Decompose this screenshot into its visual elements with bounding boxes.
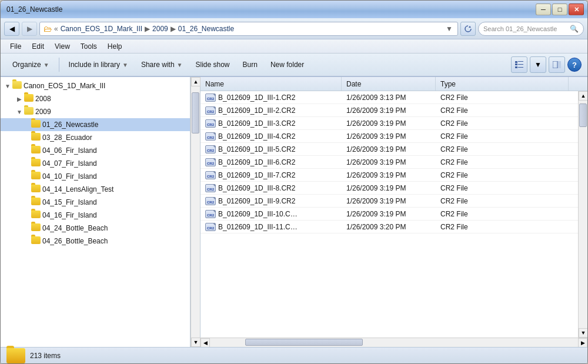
- slideshow-button[interactable]: Slide show: [190, 55, 236, 74]
- tree-label-2008: 2008: [35, 95, 51, 103]
- tree-scroll-thumb[interactable]: [192, 92, 199, 133]
- tree-item-04-26[interactable]: 04_26_Bottle_Beach: [1, 235, 190, 248]
- close-button[interactable]: ✕: [569, 4, 584, 15]
- menu-edit[interactable]: Edit: [27, 41, 49, 52]
- tree-item-04-10[interactable]: 04_10_Fir_Island: [1, 170, 190, 183]
- hscroll-left-arrow[interactable]: ◀: [201, 338, 210, 347]
- path-segment-root[interactable]: Canon_EOS_1D_Mark_III: [61, 25, 142, 33]
- back-button[interactable]: ◀: [4, 22, 19, 36]
- col-header-name[interactable]: Name: [201, 77, 342, 91]
- menu-tools[interactable]: Tools: [76, 41, 102, 52]
- file-name: B_012609_1D_III-8.CR2: [218, 184, 295, 192]
- tree-item-04-16[interactable]: 04_16_Fir_Island: [1, 209, 190, 222]
- view-details-button[interactable]: [511, 56, 527, 73]
- folder-tree[interactable]: ▼ Canon_EOS_1D_Mark_III ▶ 2008 ▼ 2009: [1, 77, 191, 347]
- organize-button[interactable]: Organize ▼: [6, 55, 55, 74]
- folder-tab: [6, 346, 14, 348]
- tree-label-04-26: 04_26_Bottle_Beach: [42, 237, 108, 245]
- forward-button[interactable]: ▶: [22, 22, 37, 36]
- share-with-button[interactable]: Share with ▼: [135, 55, 189, 74]
- file-scroll-thumb[interactable]: [579, 103, 587, 127]
- file-row[interactable]: CR2 B_012609_1D_III-6.CR2 1/26/2009 3:19…: [201, 156, 578, 169]
- menu-bar: File Edit View Tools Help: [1, 39, 587, 54]
- folder-icon-canon: [12, 81, 22, 91]
- file-row[interactable]: CR2 B_012609_1D_III-8.CR2 1/26/2009 3:19…: [201, 182, 578, 195]
- tree-scroll-down-arrow[interactable]: ▼: [191, 338, 201, 347]
- tree-item-04-15[interactable]: 04_15_Fir_Island: [1, 196, 190, 209]
- tree-label-canon: Canon_EOS_1D_Mark_III: [24, 82, 105, 90]
- tree-label-04-14: 04_14_LensAlign_Test: [42, 185, 113, 193]
- path-dropdown-icon[interactable]: ▼: [445, 24, 454, 34]
- expand-icon-04-07: [26, 159, 31, 168]
- window-controls: ─ □ ✕: [536, 4, 584, 15]
- tree-item-04-06[interactable]: 04_06_Fir_Island: [1, 144, 190, 157]
- organize-dropdown-icon: ▼: [44, 62, 49, 68]
- include-in-library-button[interactable]: Include in library ▼: [63, 55, 134, 74]
- address-path[interactable]: 🗁 « Canon_EOS_1D_Mark_III ▶ 2009 ▶ 01_26…: [39, 22, 458, 36]
- file-row[interactable]: CR2 B_012609_1D_III-4.CR2 1/26/2009 3:19…: [201, 130, 578, 143]
- file-date-cell: 1/26/2009 3:13 PM: [342, 93, 436, 102]
- menu-file[interactable]: File: [5, 41, 26, 52]
- file-name: B_012609_1D_III-11.C…: [218, 223, 298, 231]
- tree-label-01-26: 01_26_Newcastle: [42, 121, 98, 129]
- organize-label: Organize: [12, 61, 41, 69]
- tree-item-03-28[interactable]: 03_28_Ecuador: [1, 131, 190, 144]
- file-list-scrollbar[interactable]: ▲ ▼: [578, 91, 587, 338]
- status-content: 213 items: [6, 348, 61, 363]
- file-row[interactable]: CR2 B_012609_1D_III-7.CR2 1/26/2009 3:19…: [201, 169, 578, 182]
- tree-scrollbar[interactable]: ▲ ▼: [191, 77, 200, 347]
- path-sep-1: ▶: [145, 25, 150, 33]
- preview-pane-button[interactable]: [549, 56, 565, 73]
- svg-rect-1: [515, 61, 517, 63]
- tree-item-2009[interactable]: ▼ 2009: [1, 105, 190, 118]
- folder-icon-2008: [24, 94, 34, 103]
- tree-scroll-up-arrow[interactable]: ▲: [191, 77, 201, 86]
- file-row[interactable]: CR2 B_012609_1D_III-5.CR2 1/26/2009 3:19…: [201, 143, 578, 156]
- burn-button[interactable]: Burn: [237, 55, 263, 74]
- view-dropdown-button[interactable]: ▼: [530, 56, 546, 73]
- folder-icon-04-14: [31, 185, 41, 194]
- file-row[interactable]: CR2 B_012609_1D_III-1.CR2 1/26/2009 3:13…: [201, 91, 578, 104]
- file-list-body[interactable]: CR2 B_012609_1D_III-1.CR2 1/26/2009 3:13…: [201, 91, 578, 338]
- folder-icon-04-16: [31, 211, 41, 220]
- file-row[interactable]: CR2 B_012609_1D_III-11.C… 1/26/2009 3:20…: [201, 221, 578, 233]
- expand-icon-2008: ▶: [15, 94, 24, 103]
- tree-label-04-07: 04_07_Fir_Island: [42, 159, 97, 168]
- help-button[interactable]: ?: [567, 58, 582, 72]
- new-folder-button[interactable]: New folder: [265, 55, 310, 74]
- path-segment-folder[interactable]: 01_26_Newcastle: [178, 25, 234, 33]
- hscroll-thumb[interactable]: [245, 339, 363, 346]
- refresh-button[interactable]: [460, 22, 476, 36]
- file-name-cell: CR2 B_012609_1D_III-9.CR2: [201, 197, 342, 205]
- file-row[interactable]: CR2 B_012609_1D_III-9.CR2 1/26/2009 3:19…: [201, 195, 578, 208]
- menu-help[interactable]: Help: [103, 41, 127, 52]
- minimize-button[interactable]: ─: [536, 4, 551, 15]
- file-scroll-down-arrow[interactable]: ▼: [579, 328, 587, 338]
- file-date-cell: 1/26/2009 3:19 PM: [342, 184, 436, 192]
- tree-item-canon[interactable]: ▼ Canon_EOS_1D_Mark_III: [1, 79, 190, 92]
- menu-view[interactable]: View: [50, 41, 75, 52]
- tree-item-04-07[interactable]: 04_07_Fir_Island: [1, 157, 190, 170]
- search-box[interactable]: Search 01_26_Newcastle 🔍: [478, 22, 584, 36]
- tree-item-04-14[interactable]: 04_14_LensAlign_Test: [1, 183, 190, 196]
- file-row[interactable]: CR2 B_012609_1D_III-3.CR2 1/26/2009 3:19…: [201, 117, 578, 130]
- file-type-cell: CR2 File: [436, 132, 578, 141]
- col-name-label: Name: [205, 80, 224, 88]
- tree-item-04-24[interactable]: 04_24_Bottle_Beach: [1, 222, 190, 235]
- folder-icon-03-28: [31, 133, 41, 142]
- col-header-type[interactable]: Type: [436, 77, 569, 91]
- file-scroll-up-arrow[interactable]: ▲: [579, 91, 587, 101]
- file-row[interactable]: CR2 B_012609_1D_III-2.CR2 1/26/2009 3:19…: [201, 104, 578, 117]
- tree-item-2008[interactable]: ▶ 2008: [1, 92, 190, 105]
- maximize-button[interactable]: □: [552, 4, 567, 15]
- hscroll-right-arrow[interactable]: ▶: [578, 338, 587, 347]
- file-date-cell: 1/26/2009 3:19 PM: [342, 158, 436, 166]
- tree-label-2009: 2009: [35, 108, 51, 116]
- path-segment-year[interactable]: 2009: [152, 25, 168, 33]
- details-view-icon: [515, 61, 523, 68]
- file-row[interactable]: CR2 B_012609_1D_III-10.C… 1/26/2009 3:19…: [201, 208, 578, 221]
- col-header-date[interactable]: Date: [342, 77, 436, 91]
- file-list-hscrollbar[interactable]: ◀ ▶: [201, 338, 587, 347]
- tree-item-01-26-newcastle[interactable]: 01_26_Newcastle: [1, 118, 190, 131]
- file-name: B_012609_1D_III-2.CR2: [218, 106, 295, 115]
